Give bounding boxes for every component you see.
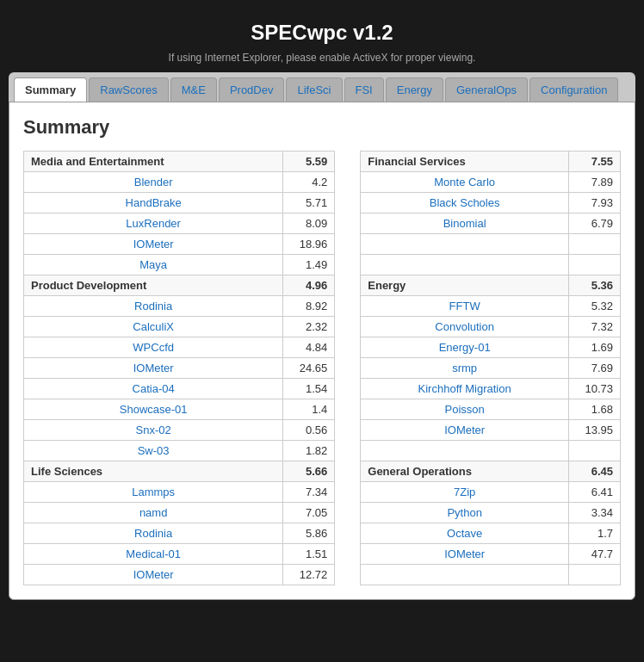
right-item-value: 6.41 [569,482,621,503]
left-item-label: Lammps [24,482,283,503]
left-item-value: 7.34 [283,482,335,503]
tab-rawscores[interactable]: RawScores [89,77,168,102]
left-category-header: Media and Entertainment [24,152,283,172]
left-item-label: IOMeter [24,565,283,585]
left-category-value: 5.59 [283,152,335,172]
left-item-label: HandBrake [24,193,283,213]
left-item-label: IOMeter [24,234,283,255]
left-category-value: 4.96 [283,275,335,296]
left-item-value: 4.84 [283,337,335,358]
right-item-value: 13.95 [569,420,621,441]
right-item-label: IOMeter [361,544,569,565]
left-item-value: 1.4 [283,399,335,420]
right-category-header: Financial Services [361,152,569,172]
left-item-label: namd [24,503,283,523]
left-category-value: 5.66 [283,461,335,482]
right-item-label: Python [361,503,569,523]
right-item-label: Black Scholes [361,193,569,213]
left-item-label: Snx-02 [24,420,283,441]
right-item-value: 3.34 [569,503,621,523]
right-item-label: srmp [361,358,569,379]
left-item-label: IOMeter [24,358,283,379]
tab-summary[interactable]: Summary [14,77,87,102]
left-item-value: 12.72 [283,565,335,585]
right-category-value: 6.45 [569,461,621,482]
right-item-label: IOMeter [361,420,569,441]
right-item-label: Convolution [361,317,569,337]
right-category-header: General Operations [361,461,569,482]
right-item-value: 7.69 [569,358,621,379]
tabs-bar: SummaryRawScoresM&EProdDevLifeSciFSIEner… [9,72,635,102]
right-item-value: 1.69 [569,337,621,358]
right-category-value: 5.36 [569,275,621,296]
left-item-value: 1.54 [283,379,335,399]
left-item-value: 5.86 [283,523,335,544]
left-item-value: 2.32 [283,317,335,337]
right-item-label: FFTW [361,296,569,317]
summary-title: Summary [23,116,621,139]
right-item-value: 1.68 [569,399,621,420]
right-item-value: 7.32 [569,317,621,337]
right-item-value: 6.79 [569,213,621,234]
left-item-value: 4.2 [283,172,335,193]
tab-mande[interactable]: M&E [170,77,217,102]
tab-fsi[interactable]: FSI [344,77,384,102]
left-item-value: 8.92 [283,296,335,317]
left-item-value: 1.49 [283,255,335,275]
right-item-label: Poisson [361,399,569,420]
left-category-header: Life Sciences [24,461,283,482]
right-item-label: Octave [361,523,569,544]
left-item-label: Showcase-01 [24,399,283,420]
tab-energy[interactable]: Energy [386,77,443,102]
app-container: SPECwpc v1.2 If using Internet Explorer,… [9,9,635,600]
app-title: SPECwpc v1.2 [9,9,635,52]
left-item-label: Medical-01 [24,544,283,565]
content-area: Summary Media and Entertainment5.59Finan… [9,102,635,600]
left-item-label: Sw-03 [24,441,283,461]
right-item-label: 7Zip [361,482,569,503]
left-item-value: 18.96 [283,234,335,255]
left-item-label: Blender [24,172,283,193]
left-item-value: 1.51 [283,544,335,565]
right-item-value: 7.89 [569,172,621,193]
right-item-value: 10.73 [569,379,621,399]
left-item-label: Catia-04 [24,379,283,399]
left-category-header: Product Development [24,275,283,296]
tab-generalops[interactable]: GeneralOps [445,77,528,102]
right-item-value: 1.7 [569,523,621,544]
left-item-label: Maya [24,255,283,275]
left-item-value: 24.65 [283,358,335,379]
right-item-label: Kirchhoff Migration [361,379,569,399]
left-item-label: Rodinia [24,523,283,544]
right-item-value: 5.32 [569,296,621,317]
left-item-label: CalculiX [24,317,283,337]
left-item-label: LuxRender [24,213,283,234]
left-item-label: Rodinia [24,296,283,317]
left-item-value: 5.71 [283,193,335,213]
right-item-label: Monte Carlo [361,172,569,193]
left-item-value: 8.09 [283,213,335,234]
tab-proddev[interactable]: ProdDev [219,77,285,102]
left-item-label: WPCcfd [24,337,283,358]
right-category-value: 7.55 [569,152,621,172]
right-category-header: Energy [361,275,569,296]
tab-configuration[interactable]: Configuration [529,77,618,102]
right-item-value: 47.7 [569,544,621,565]
left-item-value: 1.82 [283,441,335,461]
right-item-label: Energy-01 [361,337,569,358]
summary-table: Media and Entertainment5.59Financial Ser… [23,151,621,585]
tab-lifesci[interactable]: LifeSci [286,77,342,102]
app-subtitle: If using Internet Explorer, please enabl… [9,52,635,72]
right-item-label: Binomial [361,213,569,234]
left-item-value: 7.05 [283,503,335,523]
left-item-value: 0.56 [283,420,335,441]
right-item-value: 7.93 [569,193,621,213]
